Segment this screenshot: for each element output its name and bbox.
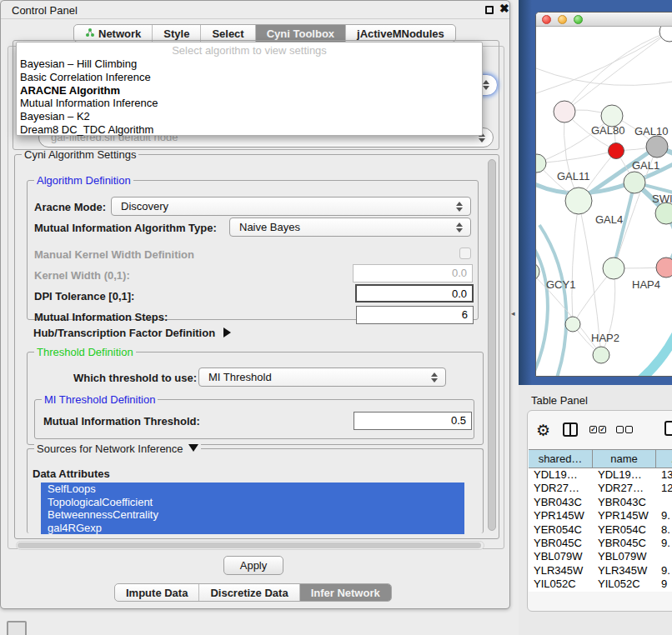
tab-infer-network[interactable]: Infer Network (300, 584, 391, 601)
dropdown-item[interactable]: Basic Correlation Inference (17, 71, 482, 84)
network-node[interactable] (565, 188, 592, 214)
attribute-item[interactable]: gal4RGexp (41, 522, 464, 534)
kernel-width-field[interactable]: 0.0 (353, 264, 473, 282)
network-node[interactable] (603, 258, 624, 279)
scrollbar-thumb[interactable] (18, 542, 481, 548)
table-cell: YPR145W (593, 509, 656, 522)
tab-select[interactable]: Select (201, 25, 255, 42)
aracne-mode-combo[interactable]: Discovery (111, 197, 471, 216)
network-view-window[interactable]: GALGAL80GAL10GAL1GAL11SWI4GAL4GCY1HAP4YH… (535, 12, 672, 377)
zoom-traffic-icon[interactable] (574, 15, 583, 24)
tab-cyni-toolbox[interactable]: Cyni Toolbox (256, 25, 346, 42)
mi-type-combo[interactable]: Naive Bayes (229, 218, 471, 237)
gear-icon[interactable]: ⚙ (536, 421, 550, 440)
network-node[interactable] (554, 101, 575, 122)
network-node[interactable] (656, 258, 672, 278)
sources-group-title[interactable]: Sources for Network Inference (34, 442, 201, 455)
table-row[interactable]: YBL079WYBL079W (529, 550, 672, 563)
network-edge[interactable] (572, 201, 579, 324)
data-attributes-label: Data Attributes (33, 468, 110, 480)
network-edge[interactable] (536, 239, 548, 377)
table-container: ⚙ ✓✓ shared…nameA YDL19…YDL19…13YDR27…YD… (527, 410, 672, 612)
stepper-icon (456, 222, 464, 233)
tab-style[interactable]: Style (153, 25, 201, 42)
minimized-panel-icon[interactable] (7, 621, 27, 635)
close-icon[interactable]: ✖ (499, 2, 509, 15)
tab-network[interactable]: Network (74, 25, 153, 42)
table-row[interactable]: YDR27…YDR27…12 (529, 482, 672, 495)
attribute-item[interactable]: TopologicalCoefficient (41, 496, 464, 509)
network-node[interactable] (536, 262, 539, 281)
minimize-traffic-icon[interactable] (558, 15, 567, 24)
control-panel-titlebar[interactable]: Control Panel ✖ (1, 1, 509, 19)
network-edge[interactable] (564, 32, 669, 112)
table-row[interactable]: YLR345WYLR345W9. (529, 564, 672, 578)
network-edge[interactable] (536, 68, 672, 85)
table-cell: YDR27… (593, 482, 656, 495)
column-header-name[interactable]: name (593, 450, 656, 468)
kernel-width-label: Kernel Width (0,1): (34, 269, 130, 282)
network-node[interactable] (593, 347, 609, 363)
network-edge[interactable] (537, 151, 616, 163)
tab-discretize-data[interactable]: Discretize Data (199, 584, 299, 601)
hub-definition-expander[interactable]: Hub/Transcription Factor Definition (33, 327, 231, 339)
algorithm-definition-title: Algorithm Definition (34, 174, 133, 187)
mi-threshold-field[interactable]: 0.5 (354, 412, 472, 430)
node-table[interactable]: shared…nameA YDL19…YDL19…13YDR27…YDR27…1… (529, 449, 672, 592)
attribute-item[interactable]: BetweennessCentrality (41, 508, 464, 522)
network-node[interactable] (624, 172, 645, 193)
network-window-titlebar[interactable] (536, 12, 672, 27)
dropdown-item[interactable]: ARACNE Algorithm (17, 84, 482, 98)
dropdown-item[interactable]: Bayesian – Hill Climbing (17, 58, 482, 71)
close-traffic-icon[interactable] (542, 15, 551, 24)
table-cell: YBL079W (593, 550, 656, 563)
columns-icon[interactable] (563, 422, 578, 437)
new-table-icon[interactable] (664, 421, 672, 436)
data-attributes-list[interactable]: SelfLoopsTopologicalCoefficientBetweenne… (41, 482, 464, 534)
column-header-shared-[interactable]: shared… (529, 450, 593, 468)
network-edge[interactable] (629, 308, 672, 377)
column-header-a[interactable]: A (656, 450, 672, 468)
panel-divider-arrow-icon[interactable]: ◂ (511, 309, 515, 318)
node-label: GAL11 (557, 170, 590, 182)
network-node[interactable] (565, 317, 580, 332)
dropdown-item[interactable]: Bayesian – K2 (17, 110, 482, 123)
network-icon (85, 28, 95, 40)
table-row[interactable]: YBR043CYBR043C (529, 496, 672, 509)
table-row[interactable]: YDL19…YDL19…13 (529, 468, 672, 482)
threshold-definition-group: Threshold Definition Which threshold to … (27, 352, 484, 445)
table-header-row: shared…nameA (529, 449, 672, 468)
network-node[interactable] (646, 136, 668, 158)
attribute-item[interactable]: SelfLoops (41, 482, 464, 496)
scrollbar-thumb[interactable] (488, 159, 496, 531)
table-row[interactable]: YER054CYER054C8. (529, 523, 672, 537)
network-node[interactable] (536, 154, 546, 172)
table-row[interactable]: YPR145WYPR145W9. (529, 509, 672, 522)
mi-steps-field[interactable]: 6 (356, 306, 474, 324)
dropdown-item[interactable]: Mutual Information Inference (17, 97, 482, 110)
network-edge[interactable] (539, 225, 566, 377)
settings-horizontal-scrollbar[interactable] (16, 541, 484, 550)
table-row[interactable]: YBR045CYBR045C9. (529, 537, 672, 550)
select-all-icon[interactable]: ✓✓ (589, 426, 606, 433)
mi-threshold-group-title: MI Threshold Definition (42, 393, 158, 406)
float-window-icon[interactable] (485, 6, 494, 14)
network-node[interactable] (609, 143, 624, 159)
tab-jactivemnodules[interactable]: jActiveMNodules (346, 25, 455, 42)
table-row[interactable]: YIL052CYIL052C9 (529, 578, 672, 591)
network-edge[interactable] (537, 116, 612, 163)
dpi-tolerance-label: DPI Tolerance [0,1]: (34, 290, 134, 302)
network-node[interactable] (659, 27, 672, 42)
tab-impute-data[interactable]: Impute Data (115, 584, 199, 601)
dropdown-item[interactable]: Dream8 DC_TDC Algorithm (17, 123, 482, 137)
which-threshold-combo[interactable]: MI Threshold (198, 368, 446, 387)
dpi-tolerance-field[interactable]: 0.0 (355, 284, 474, 302)
settings-vertical-scrollbar[interactable] (487, 159, 497, 534)
manual-kernel-checkbox[interactable] (459, 248, 471, 259)
sources-title-text: Sources for Network Inference (37, 442, 183, 455)
network-canvas[interactable]: GALGAL80GAL10GAL1GAL11SWI4GAL4GCY1HAP4YH… (536, 27, 672, 377)
table-cell: YBR045C (593, 537, 656, 550)
apply-button[interactable]: Apply (223, 556, 283, 575)
table-cell: YLR345W (593, 564, 656, 578)
deselect-all-icon[interactable] (616, 426, 633, 433)
